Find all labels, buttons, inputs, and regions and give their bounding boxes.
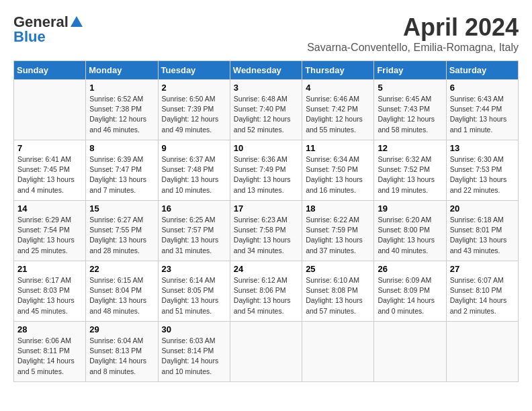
- day-number: 12: [378, 143, 442, 153]
- day-number: 27: [450, 264, 515, 274]
- calendar-cell: 13Sunrise: 6:30 AM Sunset: 7:53 PM Dayli…: [446, 140, 518, 201]
- day-number: 19: [378, 203, 442, 214]
- day-number: 9: [162, 143, 226, 153]
- day-info: Sunrise: 6:25 AM Sunset: 7:57 PM Dayligh…: [162, 215, 226, 256]
- calendar-header-friday: Friday: [374, 61, 446, 80]
- calendar-cell: 6Sunrise: 6:43 AM Sunset: 7:44 PM Daylig…: [446, 80, 518, 140]
- day-info: Sunrise: 6:43 AM Sunset: 7:44 PM Dayligh…: [450, 94, 515, 135]
- day-info: Sunrise: 6:37 AM Sunset: 7:48 PM Dayligh…: [162, 154, 226, 195]
- calendar-cell: 20Sunrise: 6:18 AM Sunset: 8:01 PM Dayli…: [446, 201, 518, 261]
- day-info: Sunrise: 6:39 AM Sunset: 7:47 PM Dayligh…: [89, 154, 154, 195]
- day-number: 3: [234, 83, 298, 93]
- day-info: Sunrise: 6:06 AM Sunset: 8:11 PM Dayligh…: [17, 336, 82, 377]
- day-number: 7: [17, 143, 82, 153]
- calendar-cell: 22Sunrise: 6:15 AM Sunset: 8:04 PM Dayli…: [86, 261, 158, 322]
- logo: General Blue: [13, 13, 85, 46]
- calendar-cell: 14Sunrise: 6:29 AM Sunset: 7:54 PM Dayli…: [14, 201, 86, 261]
- day-number: 6: [450, 83, 515, 93]
- calendar-header-tuesday: Tuesday: [158, 61, 230, 80]
- calendar-cell: [230, 322, 302, 382]
- day-info: Sunrise: 6:45 AM Sunset: 7:43 PM Dayligh…: [378, 94, 442, 135]
- day-info: Sunrise: 6:29 AM Sunset: 7:54 PM Dayligh…: [17, 215, 82, 256]
- calendar-cell: 25Sunrise: 6:10 AM Sunset: 8:08 PM Dayli…: [302, 261, 374, 322]
- calendar-header-sunday: Sunday: [14, 61, 86, 80]
- day-number: 21: [17, 264, 82, 274]
- calendar-cell: 19Sunrise: 6:20 AM Sunset: 8:00 PM Dayli…: [374, 201, 446, 261]
- day-number: 22: [89, 264, 154, 274]
- day-number: 23: [162, 264, 226, 274]
- calendar-cell: 26Sunrise: 6:09 AM Sunset: 8:09 PM Dayli…: [374, 261, 446, 322]
- day-info: Sunrise: 6:03 AM Sunset: 8:14 PM Dayligh…: [162, 336, 226, 377]
- day-info: Sunrise: 6:09 AM Sunset: 8:09 PM Dayligh…: [378, 275, 442, 316]
- day-number: 28: [17, 324, 82, 334]
- svg-marker-0: [71, 16, 83, 27]
- day-number: 20: [450, 203, 515, 214]
- calendar-cell: [374, 322, 446, 382]
- calendar-header-thursday: Thursday: [302, 61, 374, 80]
- month-title: April 2024: [307, 13, 519, 42]
- calendar-cell: [446, 322, 518, 382]
- title-block: April 2024 Savarna-Conventello, Emilia-R…: [307, 13, 519, 54]
- day-info: Sunrise: 6:27 AM Sunset: 7:55 PM Dayligh…: [89, 215, 154, 256]
- location-title: Savarna-Conventello, Emilia-Romagna, Ita…: [307, 42, 519, 54]
- day-info: Sunrise: 6:22 AM Sunset: 7:59 PM Dayligh…: [306, 215, 370, 256]
- day-info: Sunrise: 6:20 AM Sunset: 8:00 PM Dayligh…: [378, 215, 442, 256]
- calendar-cell: [302, 322, 374, 382]
- day-number: 18: [306, 203, 370, 214]
- day-number: 2: [162, 83, 226, 93]
- day-number: 29: [89, 324, 154, 334]
- calendar-week-4: 21Sunrise: 6:17 AM Sunset: 8:03 PM Dayli…: [14, 261, 519, 322]
- calendar-cell: 30Sunrise: 6:03 AM Sunset: 8:14 PM Dayli…: [158, 322, 230, 382]
- day-info: Sunrise: 6:30 AM Sunset: 7:53 PM Dayligh…: [450, 154, 515, 195]
- day-info: Sunrise: 6:36 AM Sunset: 7:49 PM Dayligh…: [234, 154, 298, 195]
- day-number: 24: [234, 264, 298, 274]
- calendar-week-5: 28Sunrise: 6:06 AM Sunset: 8:11 PM Dayli…: [14, 322, 519, 382]
- calendar-cell: 11Sunrise: 6:34 AM Sunset: 7:50 PM Dayli…: [302, 140, 374, 201]
- day-info: Sunrise: 6:10 AM Sunset: 8:08 PM Dayligh…: [306, 275, 370, 316]
- day-number: 5: [378, 83, 442, 93]
- calendar-cell: 16Sunrise: 6:25 AM Sunset: 7:57 PM Dayli…: [158, 201, 230, 261]
- calendar-cell: 24Sunrise: 6:12 AM Sunset: 8:06 PM Dayli…: [230, 261, 302, 322]
- calendar-header-monday: Monday: [86, 61, 158, 80]
- day-number: 15: [89, 203, 154, 214]
- day-info: Sunrise: 6:32 AM Sunset: 7:52 PM Dayligh…: [378, 154, 442, 195]
- calendar-week-3: 14Sunrise: 6:29 AM Sunset: 7:54 PM Dayli…: [14, 201, 519, 261]
- calendar-cell: [14, 80, 86, 140]
- calendar-table: SundayMondayTuesdayWednesdayThursdayFrid…: [13, 60, 519, 382]
- calendar-cell: 10Sunrise: 6:36 AM Sunset: 7:49 PM Dayli…: [230, 140, 302, 201]
- logo-icon: [69, 15, 84, 30]
- logo-blue: Blue: [13, 28, 46, 46]
- day-info: Sunrise: 6:34 AM Sunset: 7:50 PM Dayligh…: [306, 154, 370, 195]
- calendar-cell: 18Sunrise: 6:22 AM Sunset: 7:59 PM Dayli…: [302, 201, 374, 261]
- day-number: 14: [17, 203, 82, 214]
- calendar-week-1: 1Sunrise: 6:52 AM Sunset: 7:38 PM Daylig…: [14, 80, 519, 140]
- calendar-cell: 8Sunrise: 6:39 AM Sunset: 7:47 PM Daylig…: [86, 140, 158, 201]
- calendar-header-saturday: Saturday: [446, 61, 518, 80]
- day-number: 16: [162, 203, 226, 214]
- day-info: Sunrise: 6:48 AM Sunset: 7:40 PM Dayligh…: [234, 94, 298, 135]
- calendar-cell: 21Sunrise: 6:17 AM Sunset: 8:03 PM Dayli…: [14, 261, 86, 322]
- day-info: Sunrise: 6:46 AM Sunset: 7:42 PM Dayligh…: [306, 94, 370, 135]
- day-number: 11: [306, 143, 370, 153]
- page-header: General Blue April 2024 Savarna-Convente…: [13, 13, 519, 54]
- day-number: 8: [89, 143, 154, 153]
- day-info: Sunrise: 6:41 AM Sunset: 7:45 PM Dayligh…: [17, 154, 82, 195]
- calendar-cell: 7Sunrise: 6:41 AM Sunset: 7:45 PM Daylig…: [14, 140, 86, 201]
- day-info: Sunrise: 6:15 AM Sunset: 8:04 PM Dayligh…: [89, 275, 154, 316]
- calendar-cell: 3Sunrise: 6:48 AM Sunset: 7:40 PM Daylig…: [230, 80, 302, 140]
- calendar-week-2: 7Sunrise: 6:41 AM Sunset: 7:45 PM Daylig…: [14, 140, 519, 201]
- day-info: Sunrise: 6:04 AM Sunset: 8:13 PM Dayligh…: [89, 336, 154, 377]
- calendar-header-row: SundayMondayTuesdayWednesdayThursdayFrid…: [14, 61, 519, 80]
- calendar-cell: 27Sunrise: 6:07 AM Sunset: 8:10 PM Dayli…: [446, 261, 518, 322]
- calendar-cell: 9Sunrise: 6:37 AM Sunset: 7:48 PM Daylig…: [158, 140, 230, 201]
- day-number: 10: [234, 143, 298, 153]
- calendar-cell: 12Sunrise: 6:32 AM Sunset: 7:52 PM Dayli…: [374, 140, 446, 201]
- day-number: 4: [306, 83, 370, 93]
- day-info: Sunrise: 6:18 AM Sunset: 8:01 PM Dayligh…: [450, 215, 515, 256]
- calendar-cell: 15Sunrise: 6:27 AM Sunset: 7:55 PM Dayli…: [86, 201, 158, 261]
- day-number: 1: [89, 83, 154, 93]
- calendar-cell: 23Sunrise: 6:14 AM Sunset: 8:05 PM Dayli…: [158, 261, 230, 322]
- day-info: Sunrise: 6:12 AM Sunset: 8:06 PM Dayligh…: [234, 275, 298, 316]
- day-info: Sunrise: 6:17 AM Sunset: 8:03 PM Dayligh…: [17, 275, 82, 316]
- day-info: Sunrise: 6:50 AM Sunset: 7:39 PM Dayligh…: [162, 94, 226, 135]
